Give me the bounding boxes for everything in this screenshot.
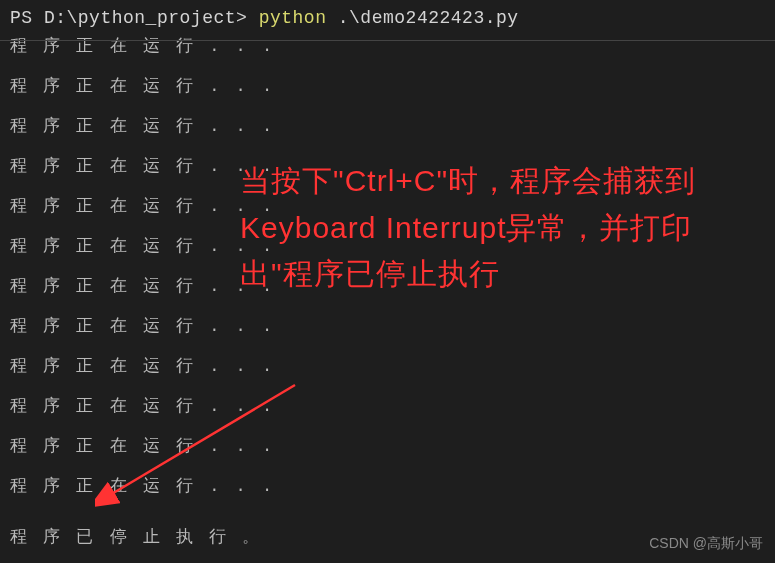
running-line: 程 序 正 在 运 行 . . .: [10, 34, 765, 57]
annotation-text: 当按下"Ctrl+C"时，程序会捕获到Keyboard Interrupt异常，…: [240, 158, 750, 298]
command-arg: .\demo2422423.py: [326, 8, 518, 28]
running-line: 程 序 正 在 运 行 . . .: [10, 474, 765, 497]
ps-prefix: PS: [10, 8, 44, 28]
working-directory: D:\python_project>: [44, 8, 247, 28]
running-line: 程 序 正 在 运 行 . . .: [10, 354, 765, 377]
running-line: 程 序 正 在 运 行 . . .: [10, 434, 765, 457]
separator-line: [0, 40, 775, 41]
running-line: 程 序 正 在 运 行 . . .: [10, 394, 765, 417]
running-line: 程 序 正 在 运 行 . . .: [10, 114, 765, 137]
running-line: 程 序 正 在 运 行 . . .: [10, 314, 765, 337]
prompt-line: PS D:\python_project> python .\demo24224…: [10, 8, 765, 28]
command: python: [247, 8, 326, 28]
watermark: CSDN @高斯小哥: [649, 535, 763, 553]
running-line: 程 序 正 在 运 行 . . .: [10, 74, 765, 97]
